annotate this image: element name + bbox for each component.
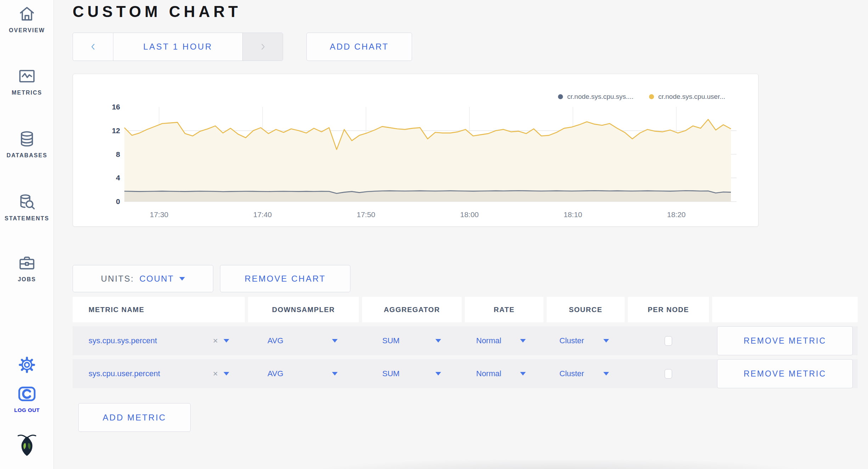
metric-name-value: sys.cpu.sys.percent xyxy=(89,336,157,345)
col-header-rate: RATE xyxy=(465,297,543,322)
svg-text:4: 4 xyxy=(116,174,120,182)
table-row: sys.cpu.user.percent × AVG SUM Normal xyxy=(73,359,858,388)
col-header-aggregator: AGGREGATOR xyxy=(362,297,462,322)
per-node-checkbox[interactable] xyxy=(665,369,672,379)
downsampler-value: AVG xyxy=(267,369,283,378)
chevron-left-icon xyxy=(89,42,98,51)
add-metric-button[interactable]: ADD METRIC xyxy=(78,403,191,432)
chevron-down-icon xyxy=(603,372,609,375)
svg-text:18:10: 18:10 xyxy=(564,210,582,219)
sidebar-item-jobs[interactable]: JOBS xyxy=(0,253,54,283)
legend-dot xyxy=(649,94,654,99)
rate-dropdown[interactable]: Normal xyxy=(465,359,543,388)
chevron-down-icon xyxy=(179,277,185,281)
time-range-next-button[interactable] xyxy=(242,33,283,61)
aggregator-dropdown[interactable]: SUM xyxy=(362,326,462,355)
sidebar: OVERVIEW METRICS DATABASES STATEMENTS xyxy=(0,0,54,469)
page-title: CUSTOM CHART xyxy=(73,3,241,21)
source-dropdown[interactable]: Cluster xyxy=(547,326,625,355)
sidebar-item-label: METRICS xyxy=(12,90,42,96)
remove-metric-button[interactable]: REMOVE METRIC xyxy=(717,326,853,355)
sidebar-item-databases[interactable]: DATABASES xyxy=(0,129,54,159)
aggregator-value: SUM xyxy=(382,369,400,378)
col-header-empty xyxy=(712,297,858,322)
gear-icon xyxy=(18,356,36,374)
time-range-picker: LAST 1 HOUR xyxy=(73,33,283,61)
col-header-metric-name: METRIC NAME xyxy=(73,297,245,322)
statements-icon xyxy=(17,192,36,211)
remove-chart-button[interactable]: REMOVE CHART xyxy=(220,265,350,292)
per-node-checkbox[interactable] xyxy=(665,336,672,346)
sidebar-item-statements[interactable]: STATEMENTS xyxy=(0,192,54,222)
time-range-value[interactable]: LAST 1 HOUR xyxy=(113,33,242,61)
legend-label: cr.node.sys.cpu.user... xyxy=(658,93,725,101)
cockroach-bug-icon xyxy=(17,433,36,457)
chevron-down-icon xyxy=(520,372,526,375)
svg-text:17:40: 17:40 xyxy=(253,210,272,219)
metrics-icon xyxy=(17,67,36,86)
metric-name-dropdown[interactable]: sys.cpu.user.percent × xyxy=(73,359,245,388)
logout-button[interactable]: LOG OUT xyxy=(0,384,54,413)
bottom-scroll-shadow xyxy=(224,460,868,469)
chevron-right-icon xyxy=(258,42,267,51)
svg-text:17:30: 17:30 xyxy=(150,210,169,219)
metric-name-dropdown[interactable]: sys.cpu.sys.percent × xyxy=(73,326,245,355)
chart-legend: cr.node.sys.cpu.sys.... cr.node.sys.cpu.… xyxy=(558,93,725,101)
clear-metric-icon[interactable]: × xyxy=(213,369,218,379)
source-dropdown[interactable]: Cluster xyxy=(547,359,625,388)
downsampler-dropdown[interactable]: AVG xyxy=(248,326,359,355)
time-range-prev-button[interactable] xyxy=(73,33,113,61)
legend-item-user[interactable]: cr.node.sys.cpu.user... xyxy=(649,93,725,101)
rate-dropdown[interactable]: Normal xyxy=(465,326,543,355)
svg-text:16: 16 xyxy=(112,103,120,111)
svg-text:17:50: 17:50 xyxy=(357,210,376,219)
chevron-down-icon xyxy=(435,339,441,343)
col-header-source: SOURCE xyxy=(547,297,625,322)
legend-label: cr.node.sys.cpu.sys.... xyxy=(567,93,633,101)
sidebar-item-overview[interactable]: OVERVIEW xyxy=(0,4,54,34)
cockroach-c-icon xyxy=(17,384,37,404)
aggregator-value: SUM xyxy=(382,336,400,345)
remove-metric-button[interactable]: REMOVE METRIC xyxy=(717,359,853,388)
cockroach-logo[interactable] xyxy=(0,433,54,457)
sidebar-item-label: DATABASES xyxy=(6,152,47,159)
sidebar-item-label: OVERVIEW xyxy=(9,27,45,34)
metrics-table-header: METRIC NAME DOWNSAMPLER AGGREGATOR RATE … xyxy=(73,297,858,322)
svg-text:0: 0 xyxy=(116,197,120,205)
svg-text:18:00: 18:00 xyxy=(460,210,479,219)
clear-metric-icon[interactable]: × xyxy=(213,336,218,346)
downsampler-value: AVG xyxy=(267,336,283,345)
units-value: COUNT xyxy=(139,274,174,284)
databases-icon xyxy=(17,129,36,148)
metrics-table: METRIC NAME DOWNSAMPLER AGGREGATOR RATE … xyxy=(73,297,858,388)
add-chart-button[interactable]: ADD CHART xyxy=(306,33,412,61)
source-value: Cluster xyxy=(559,336,584,345)
rate-value: Normal xyxy=(476,336,501,345)
aggregator-dropdown[interactable]: SUM xyxy=(362,359,462,388)
svg-text:18:20: 18:20 xyxy=(667,210,686,219)
svg-text:12: 12 xyxy=(112,126,120,135)
metric-name-value: sys.cpu.user.percent xyxy=(89,369,160,378)
main-content: CUSTOM CHART LAST 1 HOUR ADD CHART 04812… xyxy=(54,0,868,469)
chevron-down-icon xyxy=(224,372,229,375)
units-label: UNITS: xyxy=(101,274,134,284)
chevron-down-icon xyxy=(603,339,609,343)
home-icon xyxy=(17,4,36,23)
chevron-down-icon xyxy=(332,339,338,343)
units-dropdown[interactable]: UNITS: COUNT xyxy=(73,265,213,292)
chart-card: 048121617:3017:4017:5018:0018:1018:20 cr… xyxy=(73,74,759,227)
downsampler-dropdown[interactable]: AVG xyxy=(248,359,359,388)
settings-button[interactable] xyxy=(0,356,54,374)
chevron-down-icon xyxy=(435,372,441,375)
sidebar-item-label: STATEMENTS xyxy=(5,215,49,222)
svg-text:8: 8 xyxy=(116,150,120,158)
jobs-icon xyxy=(17,253,36,272)
rate-value: Normal xyxy=(476,369,501,378)
chevron-down-icon xyxy=(224,339,229,343)
col-header-downsampler: DOWNSAMPLER xyxy=(248,297,359,322)
legend-item-sys[interactable]: cr.node.sys.cpu.sys.... xyxy=(558,93,633,101)
table-row: sys.cpu.sys.percent × AVG SUM Normal xyxy=(73,326,858,355)
sidebar-item-label: JOBS xyxy=(18,276,36,283)
sidebar-item-metrics[interactable]: METRICS xyxy=(0,67,54,96)
logout-label: LOG OUT xyxy=(14,407,40,413)
